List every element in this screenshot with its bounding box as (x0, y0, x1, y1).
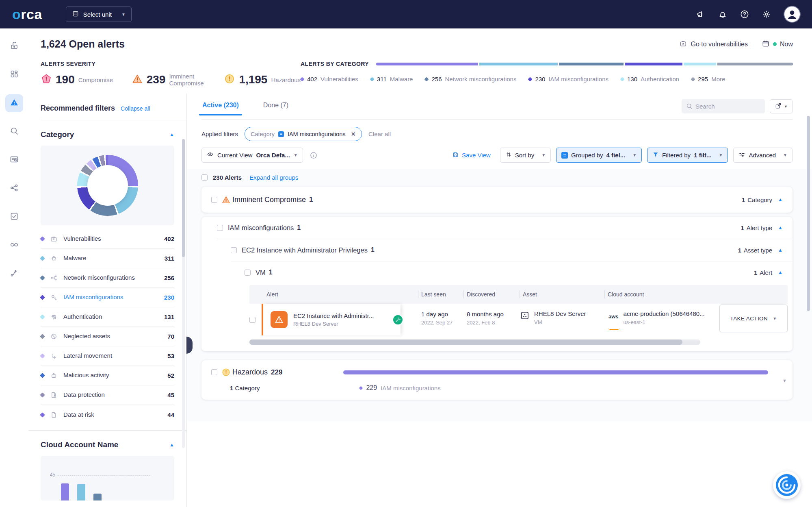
table-horizontal-scrollbar-thumb[interactable] (249, 339, 682, 345)
table-horizontal-scrollbar-track[interactable] (249, 339, 700, 345)
panel-scrollbar-thumb[interactable] (182, 139, 185, 257)
remove-filter-icon[interactable]: ✕ (351, 131, 356, 138)
take-action-button[interactable]: TAKE ACTION ▼ (719, 305, 788, 332)
filtered-by-dropdown[interactable]: Filtered by 1 filt... ▼ (647, 148, 728, 163)
legend-item-iam-misconfigurations[interactable]: 230IAM misconfigurations (528, 76, 608, 83)
cloud-account-bar (93, 494, 102, 500)
legend-item-malware[interactable]: 311Malware (370, 76, 413, 83)
category-filter-data-at-risk[interactable]: Data at risk44 (41, 405, 174, 424)
select-unit-dropdown[interactable]: Select unit ▼ (66, 7, 132, 22)
page-title: 1,624 Open alerts (41, 38, 125, 50)
clear-all-link[interactable]: Clear all (368, 131, 391, 137)
cloud-account-section-title: Cloud Account Name (41, 440, 118, 449)
column-header-alert[interactable]: Alert (249, 290, 418, 299)
tab-active[interactable]: Active (230) (201, 99, 240, 115)
sidebar-item-attack-paths[interactable] (5, 180, 23, 198)
legend-item-authentication[interactable]: 130Authentication (621, 76, 679, 83)
legend-item-network-misconfigurations[interactable]: 256Network misconfigurations (425, 76, 516, 83)
export-button[interactable]: ▼ (770, 99, 793, 113)
group-checkbox[interactable] (211, 369, 217, 375)
collapse-group-icon[interactable]: ▲ (778, 270, 783, 275)
category-filter-neglected-assets[interactable]: Neglected assets70 (41, 327, 174, 346)
notifications-bell-icon[interactable] (718, 9, 728, 19)
group-row-imminent-compromise[interactable]: Imminent Compromise 1 1 Category ▲ (201, 187, 793, 213)
severity-item-hazardous[interactable]: 1,195Hazardous (224, 73, 301, 87)
unlock-icon (9, 41, 19, 52)
main-scrollbar-thumb[interactable] (807, 116, 810, 311)
help-icon[interactable] (740, 9, 749, 19)
legend-item-vulnerabilities[interactable]: 402Vulnerabilities (301, 76, 358, 83)
sidebar-item-dashboards[interactable] (5, 66, 23, 84)
grouped-by-dropdown[interactable]: ≡ Grouped by 4 fiel... ▼ (556, 148, 642, 163)
sidebar-item-automations[interactable] (5, 265, 23, 283)
severity-label: Hazardous (271, 76, 301, 83)
group-checkbox[interactable] (211, 197, 217, 203)
panel-scrollbar-track[interactable] (182, 139, 185, 448)
category-filter-network-misconfigurations[interactable]: Network misconfigurations256 (41, 268, 174, 288)
filter-chip-category[interactable]: Category = IAM misconfigurations ✕ (245, 127, 362, 141)
severity-item-compromise[interactable]: 190Compromise (41, 73, 113, 87)
current-view-dropdown[interactable]: Current View Orca Defa... ▼ (201, 148, 303, 163)
collapse-all-link[interactable]: Collapse all (121, 105, 150, 112)
go-to-vulnerabilities-link[interactable]: Go to vulnerabilities (679, 39, 748, 49)
sidebar-item-inventory[interactable] (5, 151, 23, 169)
category-donut-chart[interactable] (77, 155, 138, 216)
cloud-account-bar-chart[interactable] (58, 467, 166, 500)
collapse-group-icon[interactable]: ▲ (778, 225, 783, 231)
column-header-discovered[interactable]: Discovered (463, 290, 520, 299)
column-header-asset[interactable]: Asset (520, 290, 604, 299)
group-checkbox[interactable] (245, 270, 251, 276)
alert-cell[interactable]: EC2 Instance with Administr... RHEL8 Dev… (262, 304, 401, 335)
category-filter-malware[interactable]: Malware311 (41, 249, 174, 268)
category-bar-segment (479, 63, 559, 65)
expand-group-icon[interactable]: ▼ (782, 378, 787, 383)
sidebar-item-compliance[interactable] (5, 208, 23, 226)
sidebar-item-search[interactable] (5, 123, 23, 141)
category-filter-data-protection[interactable]: Data protection45 (41, 385, 174, 405)
group-row-iam-misconfigurations[interactable]: IAM misconfigurations 1 1Alert type▲ (201, 217, 793, 239)
category-filter-iam-misconfigurations[interactable]: IAM misconfigurations230 (41, 288, 174, 307)
group-checkbox[interactable] (231, 247, 237, 253)
user-avatar[interactable] (784, 6, 801, 23)
advanced-button[interactable]: Advanced ▼ (733, 148, 793, 163)
collapse-group-icon[interactable]: ▲ (778, 247, 783, 253)
sidebar-item-alerts[interactable] (5, 94, 23, 112)
sidebar-item-unlock[interactable] (5, 37, 23, 55)
category-filter-lateral-movement[interactable]: Lateral movement53 (41, 346, 174, 366)
asset-cell[interactable]: RHEL8 Dev Server VM (520, 310, 586, 325)
time-range-picker[interactable]: Now (762, 39, 793, 49)
group-row-vm[interactable]: VM 1 1Alert▲ (201, 261, 793, 283)
orca-chat-button[interactable] (773, 471, 801, 499)
tab-done[interactable]: Done (7) (262, 99, 289, 115)
sort-by-dropdown[interactable]: Sort by ▼ (500, 148, 551, 163)
row-checkbox[interactable] (249, 317, 256, 323)
severity-count: 1,195 (239, 73, 267, 86)
column-header-last-seen[interactable]: Last seen (418, 290, 463, 299)
settings-gear-icon[interactable] (762, 9, 771, 19)
select-all-checkbox[interactable] (201, 174, 208, 181)
search-input[interactable] (682, 99, 765, 113)
category-bar-segment (559, 63, 625, 65)
group-row-ec2-admin-privileges[interactable]: EC2 Instance with Administrator Privileg… (201, 239, 793, 261)
category-diamond-icon (300, 77, 304, 81)
announcements-icon[interactable] (696, 9, 706, 19)
column-header-cloud-account[interactable]: Cloud account (604, 290, 788, 299)
table-row[interactable]: EC2 Instance with Administr... RHEL8 Dev… (249, 304, 788, 335)
collapse-section-icon[interactable]: ▲ (169, 442, 174, 448)
group-row-hazardous[interactable]: Hazardous 229 ▼ 1 Category 229 IAM misco… (201, 360, 793, 400)
orca-logo[interactable]: orca (12, 7, 42, 22)
category-filter-authentication[interactable]: Authentication131 (41, 307, 174, 327)
category-filter-malicious-activity[interactable]: Malicious activity52 (41, 366, 174, 385)
group-checkbox[interactable] (217, 225, 223, 231)
expand-all-groups-link[interactable]: Expand all groups (249, 174, 298, 181)
legend-item-more[interactable]: 295More (691, 76, 725, 83)
sidebar-item-shift-left[interactable] (5, 237, 23, 255)
category-filter-vulnerabilities[interactable]: Vulnerabilities402 (41, 229, 174, 249)
auto-remediation-wand-icon[interactable] (392, 314, 403, 325)
save-view-button[interactable]: Save View (452, 151, 491, 159)
info-icon[interactable] (310, 151, 318, 159)
severity-item-imminent-compromise[interactable]: 239Imminent Compromise (132, 73, 206, 87)
category-diamond-icon (40, 275, 45, 281)
collapse-section-icon[interactable]: ▲ (169, 132, 174, 137)
collapse-group-icon[interactable]: ▲ (778, 197, 783, 202)
